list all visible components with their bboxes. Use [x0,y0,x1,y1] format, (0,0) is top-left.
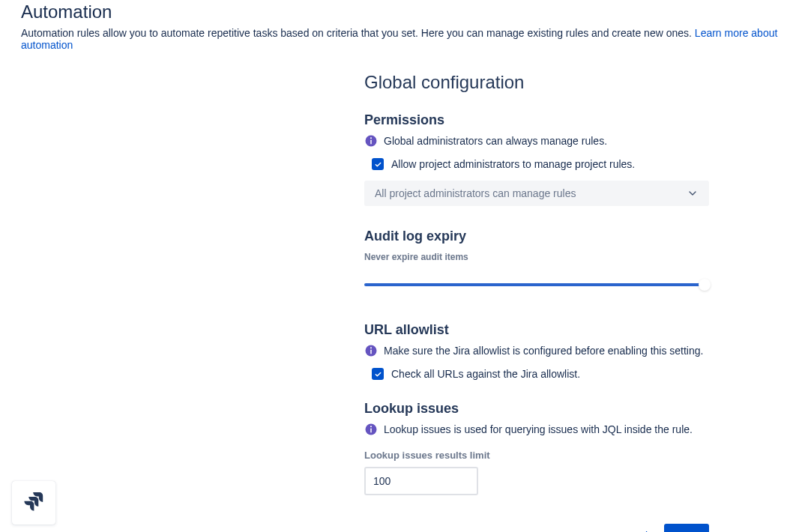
info-icon [364,134,378,148]
svg-point-8 [370,426,372,427]
actions-row: Cancel Save [364,524,709,532]
audit-slider-label: Never expire audit items [364,252,709,262]
permissions-select[interactable]: All project administrators can manage ru… [364,181,709,206]
audit-slider[interactable] [364,277,709,292]
lookup-limit-input[interactable] [364,467,478,495]
save-button[interactable]: Save [664,524,709,532]
url-allowlist-checkbox-label: Check all URLs against the Jira allowlis… [391,368,580,380]
page-description: Automation rules allow you to automate r… [21,27,796,51]
svg-rect-7 [370,429,372,433]
permissions-checkbox-row[interactable]: Allow project administrators to manage p… [372,158,709,170]
permissions-info-text: Global administrators can always manage … [384,135,607,147]
permissions-select-value: All project administrators can manage ru… [375,187,576,199]
global-config-panel: Global configuration Permissions Global … [364,72,709,532]
info-icon [364,344,378,357]
url-allowlist-info-text: Make sure the Jira allowlist is configur… [384,345,703,357]
checkbox-icon[interactable] [372,158,384,170]
page-description-text: Automation rules allow you to automate r… [21,27,695,39]
jira-icon [22,489,46,516]
lookup-info-text: Lookup issues is used for querying issue… [384,423,693,435]
svg-rect-4 [370,350,372,354]
checkbox-icon[interactable] [372,368,384,380]
global-config-title: Global configuration [364,72,709,93]
slider-fill [364,283,702,286]
cancel-button[interactable]: Cancel [612,524,651,532]
svg-point-5 [370,347,372,348]
url-allowlist-title: URL allowlist [364,322,709,338]
lookup-title: Lookup issues [364,401,709,417]
permissions-checkbox-label: Allow project administrators to manage p… [391,158,635,170]
info-icon [364,423,378,436]
page-title: Automation [21,0,796,22]
lookup-info-row: Lookup issues is used for querying issue… [364,423,709,436]
svg-rect-1 [370,140,372,145]
url-allowlist-checkbox-row[interactable]: Check all URLs against the Jira allowlis… [372,368,709,380]
url-allowlist-info-row: Make sure the Jira allowlist is configur… [364,344,709,357]
lookup-field-label: Lookup issues results limit [364,450,709,461]
slider-thumb[interactable] [699,279,711,291]
permissions-info-row: Global administrators can always manage … [364,134,709,148]
svg-point-2 [370,137,372,139]
permissions-title: Permissions [364,112,709,128]
audit-title: Audit log expiry [364,229,709,244]
chevron-down-icon [687,187,699,199]
jira-widget-button[interactable] [12,481,55,525]
